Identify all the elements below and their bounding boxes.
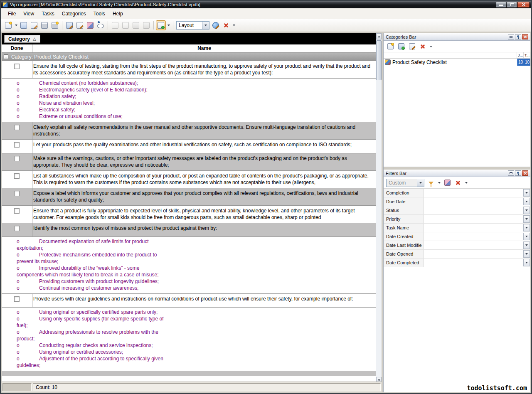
filters-minimize-button[interactable] (508, 170, 514, 176)
filter-value[interactable] (424, 197, 523, 206)
categories-close-button[interactable] (522, 34, 528, 39)
collapse-icon[interactable]: - (4, 54, 8, 59)
apply-filter-button[interactable] (426, 178, 436, 188)
filter-dropdown-button[interactable] (523, 259, 530, 266)
edit-task-button[interactable] (64, 20, 74, 30)
erase-button[interactable] (85, 20, 95, 30)
menu-tasks[interactable]: Tasks (38, 9, 58, 18)
maximize-button[interactable] (507, 2, 517, 7)
task-row[interactable]: Expose a label which informs your custom… (2, 188, 376, 206)
layout-toggle-button[interactable] (156, 20, 166, 30)
menu-tools[interactable]: Tools (90, 9, 109, 18)
task-checkbox[interactable] (14, 142, 20, 148)
subitem-row[interactable]: oUsing original or specifically certifie… (2, 308, 376, 371)
filter-dropdown[interactable] (437, 178, 441, 187)
layout-toggle-dropdown[interactable] (166, 21, 171, 30)
categories-bar: Categories Bar J... T... Product Sa (384, 33, 530, 167)
filter-value[interactable] (424, 224, 523, 232)
task-checkbox[interactable] (14, 296, 20, 302)
vertical-scrollbar[interactable] (376, 33, 382, 383)
edit-button[interactable] (29, 20, 39, 30)
filter-dropdown-button[interactable] (523, 250, 530, 258)
filter-preset-combobox[interactable]: Custom (386, 179, 424, 187)
menu-help[interactable]: Help (109, 9, 127, 18)
task-checkbox[interactable] (14, 191, 20, 196)
group-by-category-button[interactable]: Category △ (4, 35, 40, 43)
filter-dropdown-button[interactable] (523, 224, 530, 231)
close-button[interactable] (517, 2, 530, 7)
filter-dropdown-button[interactable] (523, 189, 530, 197)
filters-close-button[interactable] (522, 170, 528, 176)
task-checkbox[interactable] (14, 173, 20, 179)
new-task-dropdown[interactable] (14, 21, 18, 30)
task-row[interactable] (2, 371, 376, 376)
filter-value[interactable] (424, 241, 523, 249)
task-checkbox[interactable] (14, 226, 20, 231)
column-header-done[interactable]: Done (2, 44, 32, 52)
categories-column-2[interactable]: T... (524, 52, 530, 58)
minimize-button[interactable] (496, 2, 506, 7)
menu-categories[interactable]: Categories (58, 9, 90, 18)
category-group-row[interactable]: - Category: Product Safety Checklist (2, 53, 376, 61)
new-task-button[interactable] (3, 20, 13, 30)
task-row[interactable]: Identify the most common types of misuse… (2, 223, 376, 237)
filter-value[interactable] (424, 259, 523, 267)
filter-dropdown-button[interactable] (523, 215, 530, 223)
view-button[interactable] (96, 20, 106, 30)
task-row[interactable]: Clearly explain all safety recommendatio… (2, 122, 376, 140)
menu-view[interactable]: View (20, 9, 38, 18)
new-note-button[interactable] (19, 20, 29, 30)
task-row[interactable]: Ensure that a product is fully appropria… (2, 206, 376, 223)
edit-category-button[interactable] (407, 42, 417, 52)
delete-filter-button[interactable] (453, 178, 463, 188)
task-row[interactable]: Provide users with clear guidelines and … (2, 294, 376, 308)
rename-button[interactable] (75, 20, 85, 30)
arrange-categories-button[interactable] (396, 42, 406, 52)
filter-preset-arrow[interactable] (417, 179, 424, 187)
categories-column-1[interactable]: J... (517, 52, 524, 58)
filter-value[interactable] (424, 206, 523, 214)
filters-toolbar-dropdown[interactable] (464, 178, 468, 187)
task-row[interactable]: List all substances which make up the co… (2, 171, 376, 188)
toolbar-options-dropdown[interactable] (232, 21, 236, 30)
filter-dropdown-button[interactable] (523, 207, 530, 214)
task-row[interactable]: Make sure all the warnings, cautions, or… (2, 153, 376, 171)
filter-dropdown-button[interactable] (523, 241, 530, 249)
categories-toolbar-dropdown[interactable] (429, 42, 433, 51)
filters-pin-icon[interactable] (515, 170, 521, 176)
column-header-name[interactable]: Name (32, 44, 376, 52)
category-list-item[interactable]: Product Safety Checklist 10 10 (384, 59, 530, 66)
task-row[interactable]: Ensure the full cycle of testing, starti… (2, 61, 376, 79)
print-preview-button[interactable] (50, 20, 60, 30)
delete-layout-button[interactable] (221, 20, 231, 30)
filter-value[interactable] (424, 232, 523, 241)
customize-layout-button[interactable] (211, 20, 221, 30)
categories-pin-icon[interactable] (515, 34, 521, 39)
menu-file[interactable]: File (4, 9, 20, 18)
task-checkbox[interactable] (14, 208, 20, 214)
task-checkbox[interactable] (14, 156, 20, 161)
filter-value[interactable] (424, 215, 523, 223)
filter-value[interactable] (424, 250, 523, 258)
mail-button[interactable] (141, 20, 151, 30)
task-row[interactable]: Let your products pass the quality exami… (2, 140, 376, 153)
print-button[interactable] (39, 20, 49, 30)
task-checkbox[interactable] (14, 64, 20, 69)
delete-category-button[interactable] (418, 42, 428, 52)
subitem-row[interactable]: oChemical content (no forbidden substanc… (2, 79, 376, 122)
clear-filter-button[interactable] (442, 178, 452, 188)
filter-value[interactable] (424, 189, 523, 197)
subitem-row[interactable]: oDocumented explanation of safe limits f… (2, 237, 376, 294)
layout-combobox[interactable]: Layout (176, 21, 209, 30)
layout-combobox-arrow[interactable] (202, 22, 209, 29)
task-checkbox[interactable] (14, 125, 20, 130)
scroll-up-button[interactable] (376, 33, 382, 39)
filter-dropdown-button[interactable] (523, 233, 530, 240)
copy-button[interactable] (121, 20, 131, 30)
scrollbar-thumb[interactable] (376, 40, 382, 80)
categories-minimize-button[interactable] (508, 34, 514, 39)
filter-dropdown-button[interactable] (523, 198, 530, 205)
paste-button[interactable] (131, 20, 141, 30)
cut-button[interactable] (110, 20, 120, 30)
add-category-button[interactable] (385, 42, 395, 52)
